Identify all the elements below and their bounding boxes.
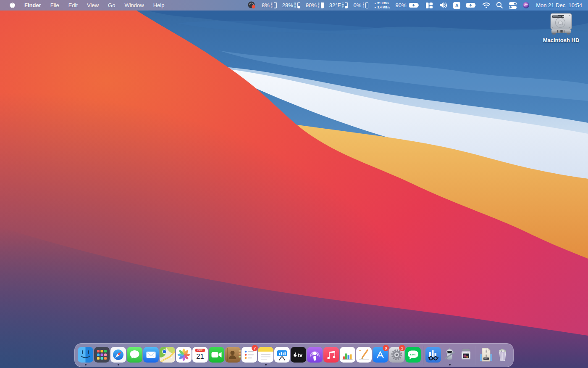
cpu-stat[interactable]: 8% CPU xyxy=(262,2,277,8)
archive-type-label: TBZ2 xyxy=(484,358,488,360)
menu-bar: Finder File Edit View Go Window Help 8% … xyxy=(0,0,588,11)
dock-item-photos[interactable] xyxy=(176,344,192,367)
input-source-icon[interactable]: A xyxy=(453,2,460,9)
upload-arrow-icon: ▲ xyxy=(374,2,376,5)
dock-item-keynote[interactable] xyxy=(274,344,290,367)
dock-item-app-store[interactable]: 8 xyxy=(372,344,388,367)
drive-label: Macintosh HD xyxy=(543,37,580,43)
battery-icon[interactable] xyxy=(466,3,477,8)
dock-item-apple-tv[interactable]: tv xyxy=(290,344,307,367)
dock-item-finder[interactable] xyxy=(77,344,94,367)
menu-bar-clock[interactable]: Mon 21 Dec 10:54 xyxy=(536,2,582,8)
dock-item-pages[interactable]: “ xyxy=(356,344,372,367)
memory-stat[interactable]: 28% MEM xyxy=(282,2,300,8)
menu-help[interactable]: Help xyxy=(149,0,169,11)
fan-stat[interactable]: 0% FAN xyxy=(353,2,368,8)
temperature-label: TMP xyxy=(342,3,344,8)
pages-quote-glyph: “ xyxy=(359,349,362,355)
notification-badge: 7 xyxy=(252,345,258,351)
wallpaper-big-sur xyxy=(0,0,588,368)
cpu-gauge xyxy=(274,2,277,8)
hard-drive-icon xyxy=(549,13,573,35)
dock-item-geekbench[interactable] xyxy=(425,344,441,367)
temperature-value: 32°F xyxy=(329,2,341,8)
memory-label: MEM xyxy=(294,3,296,8)
menu-app-name[interactable]: Finder xyxy=(20,0,46,11)
calendar-month: DEC xyxy=(195,349,205,352)
tv-logo-text: tv xyxy=(298,352,302,358)
cpu-label: CPU xyxy=(270,3,273,8)
line-logo-text: LINE xyxy=(410,353,416,356)
running-indicator xyxy=(265,364,267,365)
fan-gauge xyxy=(365,2,368,8)
dock-divider xyxy=(423,346,423,365)
dock-item-podcasts[interactable] xyxy=(307,344,323,367)
fan-value: 0% xyxy=(353,2,361,8)
disk-gauge xyxy=(321,2,324,8)
running-indicator xyxy=(118,364,119,365)
download-arrow-icon: ▼ xyxy=(374,6,376,9)
dock-item-calendar[interactable]: DEC 21 xyxy=(192,344,208,367)
input-source-letter: A xyxy=(455,3,459,8)
apple-logo-icon xyxy=(9,2,16,9)
apple-menu[interactable] xyxy=(5,0,20,11)
upload-speed: 51 KB/s xyxy=(377,1,389,5)
notification-badge: 8 xyxy=(383,345,389,351)
dock-item-archive-tbz2[interactable]: TBZ2 xyxy=(478,344,494,367)
menu-edit[interactable]: Edit xyxy=(64,0,82,11)
wifi-icon[interactable] xyxy=(482,2,491,8)
temperature-gauge xyxy=(345,2,348,8)
dock-item-safari[interactable] xyxy=(110,344,126,367)
dock-divider xyxy=(476,346,476,365)
menu-go[interactable]: Go xyxy=(103,0,120,11)
temperature-stat[interactable]: 32°F TMP xyxy=(329,2,348,8)
disk-stat[interactable]: 90% SSD xyxy=(306,2,324,8)
download-speed: 3.4 MB/s xyxy=(377,5,390,9)
dock: DEC 21 xyxy=(74,343,514,367)
disk-value: 90% xyxy=(306,2,317,8)
dock-item-contacts[interactable] xyxy=(225,344,241,367)
memory-gauge xyxy=(297,2,300,8)
dock-item-maps[interactable] xyxy=(159,344,176,367)
battery-percent: 90% xyxy=(396,2,407,8)
dock-item-mail[interactable] xyxy=(143,344,159,367)
menu-file[interactable]: File xyxy=(46,0,64,11)
dock-item-music[interactable] xyxy=(323,344,339,367)
dock-item-trash[interactable] xyxy=(494,344,511,367)
dock-item-line[interactable]: LINE xyxy=(405,344,421,367)
dock-item-automator[interactable] xyxy=(441,344,458,367)
dock-item-system-preferences[interactable]: 1 xyxy=(388,344,405,367)
siri-icon[interactable] xyxy=(522,2,530,9)
dock-item-messages[interactable] xyxy=(126,344,143,367)
dock-item-facetime[interactable] xyxy=(208,344,225,367)
desktop-icon-macintosh-hd[interactable]: Macintosh HD xyxy=(543,13,579,43)
memory-value: 28% xyxy=(282,2,293,8)
dock-item-launchpad[interactable] xyxy=(94,344,110,367)
battery-charging-icon xyxy=(409,3,420,8)
dock-item-printer[interactable] xyxy=(458,344,474,367)
desktop: Finder File Edit View Go Window Help 8% … xyxy=(0,0,588,368)
cpu-value: 8% xyxy=(262,2,270,8)
battery-percent-stat[interactable]: 90% xyxy=(396,2,420,8)
menu-extra-app-icon[interactable] xyxy=(247,1,256,10)
menu-window[interactable]: Window xyxy=(120,0,148,11)
dock-item-notes[interactable] xyxy=(257,344,274,367)
running-indicator xyxy=(449,364,451,365)
menu-view[interactable]: View xyxy=(82,0,103,11)
dock-item-numbers[interactable] xyxy=(339,344,356,367)
disk-label: SSD xyxy=(318,3,320,8)
calendar-day: 21 xyxy=(196,352,204,360)
dock-item-reminders[interactable]: 7 xyxy=(241,344,257,367)
fan-label: FAN xyxy=(362,3,365,8)
spotlight-icon[interactable] xyxy=(496,2,503,9)
control-center-icon[interactable] xyxy=(509,1,517,10)
window-tiling-icon[interactable] xyxy=(425,1,433,10)
volume-icon[interactable] xyxy=(439,2,448,9)
network-throughput[interactable]: ▲51 KB/s ▼3.4 MB/s xyxy=(374,1,390,10)
notification-badge: 1 xyxy=(399,345,405,351)
running-indicator xyxy=(85,364,87,365)
